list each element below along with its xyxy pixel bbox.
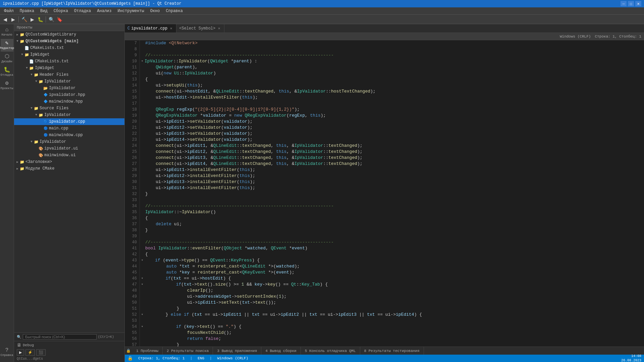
tab-close-0[interactable]: ✕ — [169, 26, 173, 31]
code-text: } else if (txt == ui->ipEdit1 || txt == … — [145, 312, 422, 318]
tree-item-9[interactable]: 🔷ipvalidator.hpp — [14, 92, 124, 98]
bookmark-button[interactable]: 🔖 — [56, 16, 63, 23]
tree-arrow[interactable]: ▶ — [15, 33, 19, 37]
code-text: { — [145, 251, 148, 257]
file-tree-content[interactable]: ▶📁QtCustomWidgetLibrary▼📁QtCustomWidgets… — [14, 31, 124, 333]
locator-button[interactable]: 🔍 — [48, 16, 55, 23]
tree-item-1[interactable]: ▼📁QtCustomWidgets [main] — [14, 38, 124, 45]
tree-item-12[interactable]: ▼📁IpValidator — [14, 112, 124, 118]
fold-arrow[interactable]: ▾ — [141, 312, 143, 318]
menu-item-8[interactable]: Справка — [163, 8, 185, 14]
code-line: } — [141, 306, 643, 312]
menu-item-4[interactable]: Отладка — [71, 8, 94, 14]
sidebar-item-home[interactable]: ⌂ Начало — [1, 25, 13, 38]
tree-item-6[interactable]: ▼📁Header Files — [14, 71, 124, 78]
tree-item-18[interactable]: 🎨mainwindow.ui — [14, 152, 124, 159]
tree-item-17[interactable]: 🎨ipvalidator.ui — [14, 145, 124, 152]
tab-ipvalidator-cpp[interactable]: C ipvalidator.cpp ✕ — [125, 24, 176, 33]
minimize-button[interactable]: ─ — [621, 1, 627, 6]
tree-item-16[interactable]: ▼📁IpValidator — [14, 138, 124, 145]
title-bar: ipvalidator.cpp [IpWidget\IpValidator\Qt… — [0, 0, 644, 7]
debug-stop-btn[interactable]: ⬛ — [36, 349, 46, 356]
line-number: 10 — [126, 58, 137, 64]
fold-arrow[interactable]: ▾ — [141, 257, 143, 263]
tree-item-4[interactable]: 📄CMakeLists.txt — [14, 58, 124, 65]
bottom-tab-5[interactable]: 8 Результаты тестирования — [360, 347, 424, 355]
tree-label: mainwindow.cpp — [49, 133, 83, 137]
tab-select-symbol[interactable]: <Select Symbol> ✕ — [176, 24, 224, 33]
tab-close-1[interactable]: ✕ — [217, 26, 221, 31]
bottom-tab-3[interactable]: 4 Вывод сборки — [261, 347, 301, 355]
tree-item-15[interactable]: 🔵mainwindow.cpp — [14, 132, 124, 138]
tree-item-10[interactable]: 🔷mainwindow.hpp — [14, 98, 124, 105]
fold-arrow[interactable]: ▾ — [141, 276, 143, 282]
menu-item-5[interactable]: Анализ — [94, 8, 114, 14]
search-input[interactable] — [23, 334, 97, 340]
tree-item-11[interactable]: ▼📁Source Files — [14, 105, 124, 112]
tree-item-14[interactable]: 🔵main.cpp — [14, 125, 124, 132]
line-number: 46 — [126, 276, 137, 282]
tree-arrow[interactable]: ▼ — [30, 107, 34, 110]
debug-step-btn[interactable]: ⚡ — [25, 349, 35, 356]
tree-item-19[interactable]: ▶📁<Заголовки> — [14, 159, 124, 165]
date: 26.08.2023 — [621, 358, 641, 362]
code-line: ui(new Ui::IpValidator) — [141, 70, 643, 76]
code-editor[interactable]: 7891011121314151617181920212223242526272… — [125, 40, 644, 347]
menu-item-7[interactable]: Окно — [148, 8, 163, 14]
file-icon-ui: 🎨 — [38, 146, 44, 151]
menu-item-2[interactable]: Вид — [38, 8, 50, 14]
code-text: ui->ipEdit2->installEventFilter(this); — [145, 173, 255, 179]
tree-arrow[interactable]: ▼ — [30, 140, 34, 143]
tree-arrow[interactable]: ▼ — [20, 53, 24, 56]
line-number: 20 — [126, 119, 137, 125]
code-text: //--------------------------------------… — [145, 203, 334, 209]
code-text: #include <QtNetwork> — [145, 40, 198, 46]
close-button[interactable]: ✕ — [635, 1, 641, 6]
menu-item-1[interactable]: Правка — [17, 8, 37, 14]
tree-item-3[interactable]: ▼📁IpWidget — [14, 51, 124, 58]
fold-arrow[interactable]: ▾ — [141, 282, 143, 288]
bottom-tab-1[interactable]: 2 Результаты поиска — [163, 347, 213, 355]
menu-item-0[interactable]: Файл — [1, 8, 16, 14]
bottom-tab-2[interactable]: 3 Вывод приложения — [213, 347, 261, 355]
tree-item-8[interactable]: 📂IpValidator — [14, 85, 124, 92]
maximize-button[interactable]: □ — [628, 1, 634, 6]
debug-run-button[interactable]: 🐛 — [37, 16, 44, 23]
line-number: 39 — [126, 233, 137, 239]
tree-item-13[interactable]: 🔵ipvalidator.cpp — [14, 118, 124, 125]
sidebar-item-help[interactable]: ? Справка — [1, 346, 13, 359]
tree-item-2[interactable]: 📄CMakeLists.txt — [14, 45, 124, 51]
monitor-icon: 🖥 — [17, 343, 21, 348]
run-button[interactable]: ▶ — [29, 16, 36, 23]
menu-item-6[interactable]: Инструменты — [115, 8, 147, 14]
tree-item-7[interactable]: ▼📁IpValidator — [14, 78, 124, 85]
tree-arrow[interactable]: ▼ — [30, 73, 34, 76]
debug-run-btn[interactable]: ▶ — [17, 349, 24, 356]
sidebar-item-debug[interactable]: 🐛 Отладка — [1, 66, 13, 78]
menu-item-3[interactable]: Сборка — [51, 8, 71, 14]
tree-arrow[interactable]: ▼ — [34, 113, 38, 117]
tree-arrow[interactable]: ▶ — [15, 160, 19, 164]
line-number: 21 — [126, 125, 137, 131]
build-button[interactable]: 🔨 — [20, 16, 28, 23]
sidebar-item-projects[interactable]: ⚙ Проекты — [1, 79, 13, 92]
fold-arrow[interactable]: ▾ — [141, 58, 143, 64]
sidebar-item-design[interactable]: ⬡ Дизайн — [1, 52, 13, 65]
tree-item-0[interactable]: ▶📁QtCustomWidgetLibrary — [14, 31, 124, 38]
forward-button[interactable]: ▶ — [9, 16, 17, 23]
sidebar-item-editor[interactable]: ✎ Редактор — [1, 39, 13, 52]
tree-arrow[interactable]: ▼ — [34, 80, 38, 83]
bottom-tab-4[interactable]: 5 Консоль отладчика QML — [301, 347, 360, 355]
back-button[interactable]: ◀ — [1, 16, 9, 23]
tree-item-5[interactable]: ▼📁IpWidget — [14, 65, 124, 71]
tree-arrow[interactable]: ▼ — [15, 40, 19, 43]
code-content[interactable]: #include <QtNetwork>//------------------… — [140, 40, 644, 347]
tree-item-20[interactable]: ▶📁Модули CMake — [14, 165, 124, 172]
fold-arrow[interactable]: ▾ — [141, 324, 143, 330]
line-number: 18 — [126, 107, 137, 113]
tree-arrow[interactable]: ▶ — [15, 167, 19, 171]
code-line: return false; — [141, 336, 643, 342]
tree-label: <Заголовки> — [25, 160, 52, 164]
tree-arrow[interactable]: ▼ — [25, 66, 29, 70]
bottom-tab-0[interactable]: 1 Проблемы — [132, 347, 163, 355]
